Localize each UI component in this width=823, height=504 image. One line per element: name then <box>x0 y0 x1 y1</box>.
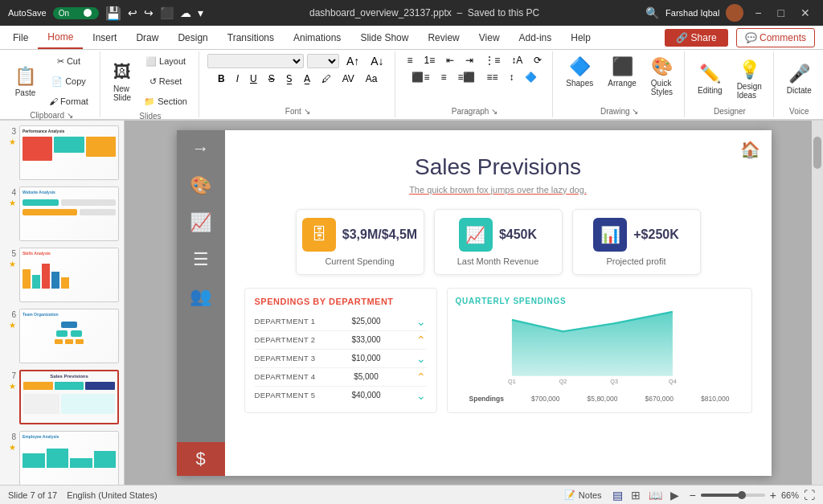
tab-animations[interactable]: Animations <box>284 26 350 49</box>
slide-thumb-5[interactable]: 5 ★ Skills Analysis <box>3 246 121 304</box>
layout-button[interactable]: ⬜ Layout <box>139 53 192 70</box>
save-icon[interactable]: 💾 <box>105 6 121 21</box>
sidebar-people-icon[interactable]: 👥 <box>190 286 211 307</box>
paste-button[interactable]: 📋 Paste <box>10 63 41 100</box>
numbering-button[interactable]: 1≡ <box>420 53 440 68</box>
slide-img-7[interactable]: Sales Previsions <box>19 370 119 424</box>
cloud-icon[interactable]: ☁ <box>180 6 191 19</box>
redo-icon[interactable]: ↪ <box>144 6 154 19</box>
drawing-label: Drawing ↘ <box>600 105 638 116</box>
dept-name-4: DEPARTMENT 4 <box>255 372 316 381</box>
comments-button[interactable]: 💬 Comments <box>736 28 815 47</box>
tab-home[interactable]: Home <box>38 26 83 49</box>
reading-view-button[interactable]: 📖 <box>646 489 665 502</box>
convert-button[interactable]: ⟳ <box>530 53 546 68</box>
slide-img-4[interactable]: Website Analysis <box>19 186 119 241</box>
fontcolor-button[interactable]: A̲ <box>300 72 314 86</box>
sidebar-dollar-icon[interactable]: $ <box>177 442 225 476</box>
slide-img-6[interactable]: Team Organization <box>19 309 119 363</box>
close-button[interactable]: ✕ <box>796 6 815 19</box>
sidebar-list-icon[interactable]: ☰ <box>193 249 209 270</box>
dictate-button[interactable]: 🎤 Dictate <box>782 60 817 98</box>
dept-arrow-3: ⌄ <box>416 352 426 365</box>
sidebar-palette-icon[interactable]: 🎨 <box>190 175 211 196</box>
sidebar-arrow-icon[interactable]: → <box>192 138 210 159</box>
undo-icon[interactable]: ↩ <box>128 6 137 19</box>
bold-button[interactable]: B <box>214 72 229 86</box>
slide-thumb-4[interactable]: 4 ★ Website Analysis <box>3 185 121 243</box>
font-size-select[interactable] <box>307 54 339 68</box>
vertical-scrollbar[interactable] <box>812 121 823 485</box>
section-button[interactable]: 📁 Section <box>139 93 192 110</box>
tab-help[interactable]: Help <box>561 26 600 49</box>
justify-button[interactable]: ≡≡ <box>482 70 502 84</box>
slide-img-5[interactable]: Skills Analysis <box>19 248 119 302</box>
align-center-button[interactable]: ≡ <box>436 70 450 84</box>
linespace-button[interactable]: ↕ <box>505 70 518 84</box>
scrollbar-thumb[interactable] <box>813 137 821 169</box>
tab-insert[interactable]: Insert <box>83 26 126 49</box>
bullets-button[interactable]: ≡ <box>403 53 417 68</box>
more-icon[interactable]: ▾ <box>198 6 203 19</box>
normal-view-button[interactable]: ▤ <box>610 489 625 502</box>
smartart-button[interactable]: 🔷 <box>521 70 541 84</box>
arrange-button[interactable]: ⬛ Arrange <box>603 53 641 91</box>
tab-file[interactable]: File <box>3 26 38 49</box>
slide-thumb-7[interactable]: 7 ★ Sales Previsions <box>3 368 121 426</box>
autosave-toggle[interactable] <box>72 8 93 18</box>
fit-button[interactable]: ⛶ <box>804 489 815 502</box>
sidebar-chart-icon[interactable]: 📈 <box>190 212 211 233</box>
font-name-select[interactable] <box>207 54 304 68</box>
charspacing-button[interactable]: AV <box>338 72 358 86</box>
slideshow-view-button[interactable]: ▶ <box>668 489 682 502</box>
slide-img-8[interactable]: Employee Analysis <box>19 431 119 485</box>
reset-button[interactable]: ↺ Reset <box>139 73 192 90</box>
tab-review[interactable]: Review <box>418 26 469 49</box>
maximize-button[interactable]: □ <box>773 6 789 19</box>
tab-view[interactable]: View <box>469 26 510 49</box>
slide-thumb-8[interactable]: 8 ★ Employee Analysis <box>3 429 121 485</box>
cut-button[interactable]: ✂ Cut <box>44 53 93 70</box>
highlight-button[interactable]: 🖊 <box>317 72 335 86</box>
editing-button[interactable]: ✏️ Editing <box>693 60 727 98</box>
design-ideas-button[interactable]: 💡 DesignIdeas <box>732 56 767 103</box>
zoom-handle[interactable] <box>738 491 746 499</box>
indent-less-button[interactable]: ⇤ <box>442 53 458 68</box>
shapes-button[interactable]: 🔷 Shapes <box>561 53 598 91</box>
quick-styles-button[interactable]: 🎨 QuickStyles <box>646 53 678 100</box>
underline-button[interactable]: U <box>246 72 261 86</box>
tab-addins[interactable]: Add-ins <box>510 26 562 49</box>
zoom-slider[interactable] <box>701 494 765 497</box>
format-painter-button[interactable]: 🖌 Format <box>44 93 93 109</box>
search-icon[interactable]: 🔍 <box>645 6 659 19</box>
align-left-button[interactable]: ⬛≡ <box>407 70 433 84</box>
align-right-button[interactable]: ≡⬛ <box>453 70 479 84</box>
tab-draw[interactable]: Draw <box>126 26 168 49</box>
strikethrough-button[interactable]: S <box>264 72 279 86</box>
autosave-badge[interactable]: On <box>53 7 99 19</box>
tab-transitions[interactable]: Transitions <box>218 26 284 49</box>
share-button[interactable]: 🔗 Share <box>665 29 727 47</box>
tablet-icon[interactable]: ⬛ <box>160 6 174 19</box>
increase-font-button[interactable]: A↑ <box>342 53 363 69</box>
indent-more-button[interactable]: ⇥ <box>461 53 477 68</box>
zoom-out-button[interactable]: − <box>690 489 696 502</box>
new-slide-button[interactable]: 🖼 NewSlide <box>109 59 136 105</box>
decrease-font-button[interactable]: A↓ <box>366 53 387 69</box>
notes-button[interactable]: 📝 Notes <box>564 490 602 500</box>
casechange-button[interactable]: Aa <box>362 72 382 86</box>
slide-sorter-button[interactable]: ⊞ <box>629 489 643 502</box>
direction-button[interactable]: ↕A <box>507 53 526 68</box>
home-icon[interactable]: 🏠 <box>740 140 760 159</box>
tab-slideshow[interactable]: Slide Show <box>350 26 418 49</box>
shadow-button[interactable]: S̲ <box>282 72 297 86</box>
slide-img-3[interactable]: Performance Analysis <box>19 125 119 180</box>
minimize-button[interactable]: − <box>750 6 766 19</box>
tab-design[interactable]: Design <box>168 26 217 49</box>
columns-button[interactable]: ⋮≡ <box>481 53 504 68</box>
italic-button[interactable]: I <box>232 72 243 86</box>
slide-thumb-3[interactable]: 3 ★ Performance Analysis <box>3 124 121 182</box>
slide-thumb-6[interactable]: 6 ★ Team Organization <box>3 307 121 365</box>
zoom-in-button[interactable]: + <box>770 489 776 502</box>
copy-button[interactable]: 📄 Copy <box>44 73 93 90</box>
